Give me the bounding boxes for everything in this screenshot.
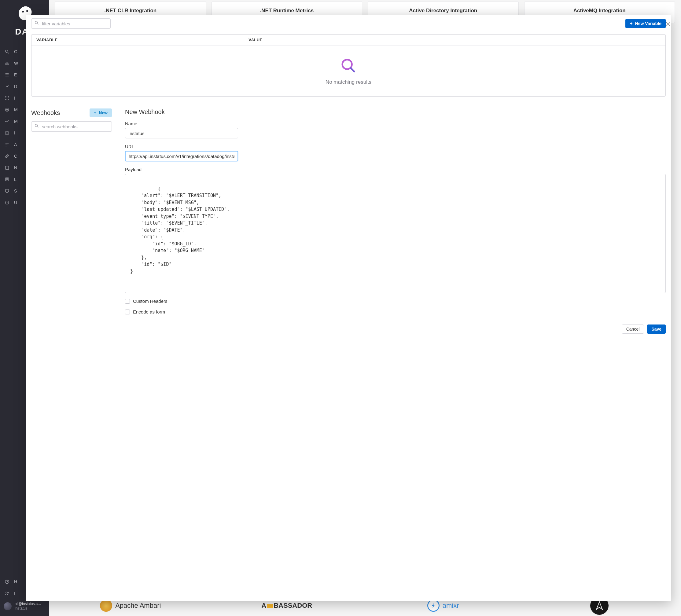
webhooks-title: Webhooks xyxy=(31,109,60,117)
new-variable-button[interactable]: + New Variable xyxy=(625,19,666,28)
svg-point-3 xyxy=(5,63,7,65)
svg-point-9 xyxy=(5,108,9,111)
svg-point-15 xyxy=(8,592,8,593)
url-label: URL xyxy=(125,144,666,149)
team-icon xyxy=(4,591,10,596)
help-icon xyxy=(4,579,10,585)
empty-state: No matching results xyxy=(31,46,665,96)
user-email: ali@instatus.c… xyxy=(15,601,41,606)
col-value: VALUE xyxy=(249,37,660,42)
col-variable: VARIABLE xyxy=(36,37,249,42)
target-icon xyxy=(4,107,10,112)
bowtie-icon xyxy=(267,604,273,608)
binoculars-icon xyxy=(4,60,10,66)
avatar xyxy=(4,602,11,610)
svg-point-8 xyxy=(8,99,9,100)
form-actions: Cancel Save xyxy=(125,320,666,334)
custom-headers-row[interactable]: Custom Headers xyxy=(125,299,666,304)
close-modal-icon[interactable] xyxy=(664,20,673,28)
metrics-icon xyxy=(4,119,10,124)
encode-form-row[interactable]: Encode as form xyxy=(125,309,666,314)
plus-icon: + xyxy=(94,110,96,115)
name-label: Name xyxy=(125,121,666,126)
webhook-modal: + New Variable VARIABLE VALUE No matchin… xyxy=(26,15,671,601)
search-webhooks-box xyxy=(31,121,112,132)
search-webhooks-input[interactable] xyxy=(31,121,112,132)
filter-variables-search xyxy=(31,18,111,29)
svg-point-5 xyxy=(5,97,6,98)
infra-icon xyxy=(4,95,10,101)
filter-variables-input[interactable] xyxy=(31,18,111,29)
no-results-text: No matching results xyxy=(326,79,371,85)
search-icon xyxy=(34,21,39,27)
form-title: New Webhook xyxy=(125,108,666,116)
ux-icon xyxy=(4,200,10,205)
custom-headers-checkbox[interactable] xyxy=(125,299,130,304)
amixr-logo-icon xyxy=(427,599,439,612)
user-org: Instatus xyxy=(15,606,41,611)
copy-icon[interactable] xyxy=(655,177,662,184)
encode-form-checkbox[interactable] xyxy=(125,310,130,314)
puzzle-icon xyxy=(4,130,10,136)
svg-point-14 xyxy=(6,592,7,593)
table-header: VARIABLE VALUE xyxy=(31,34,665,46)
url-input[interactable] xyxy=(125,151,238,161)
svg-point-16 xyxy=(35,21,37,24)
webhook-form: New Webhook Name URL Payload { "alert": … xyxy=(118,108,666,596)
save-button[interactable]: Save xyxy=(647,325,666,334)
payload-label: Payload xyxy=(125,167,666,172)
svg-point-0 xyxy=(22,11,24,12)
ambari-logo-icon xyxy=(100,599,112,612)
apm-icon xyxy=(4,142,10,147)
chart-icon xyxy=(4,84,10,89)
svg-point-10 xyxy=(6,109,8,110)
webhooks-panel: Webhooks + New xyxy=(31,108,118,596)
book-icon xyxy=(4,165,10,171)
search-icon xyxy=(34,124,39,130)
svg-point-6 xyxy=(8,97,9,98)
cancel-button[interactable]: Cancel xyxy=(622,325,644,334)
new-webhook-button[interactable]: + New xyxy=(90,108,112,117)
link-icon xyxy=(4,153,10,159)
svg-point-4 xyxy=(7,63,9,65)
magnifier-icon xyxy=(340,58,356,74)
svg-point-2 xyxy=(5,50,8,53)
svg-point-1 xyxy=(26,10,28,12)
logs-icon xyxy=(4,177,10,182)
svg-point-18 xyxy=(35,124,37,127)
search-icon xyxy=(4,49,10,54)
payload-textarea[interactable]: { "alert": "$ALERT_TRANSITION", "body": … xyxy=(125,174,666,293)
list-icon xyxy=(4,72,10,78)
shield-icon xyxy=(4,188,10,194)
name-input[interactable] xyxy=(125,128,238,138)
variables-table: VARIABLE VALUE No matching results xyxy=(31,34,666,97)
plus-icon: + xyxy=(630,21,632,26)
svg-point-7 xyxy=(5,99,6,100)
